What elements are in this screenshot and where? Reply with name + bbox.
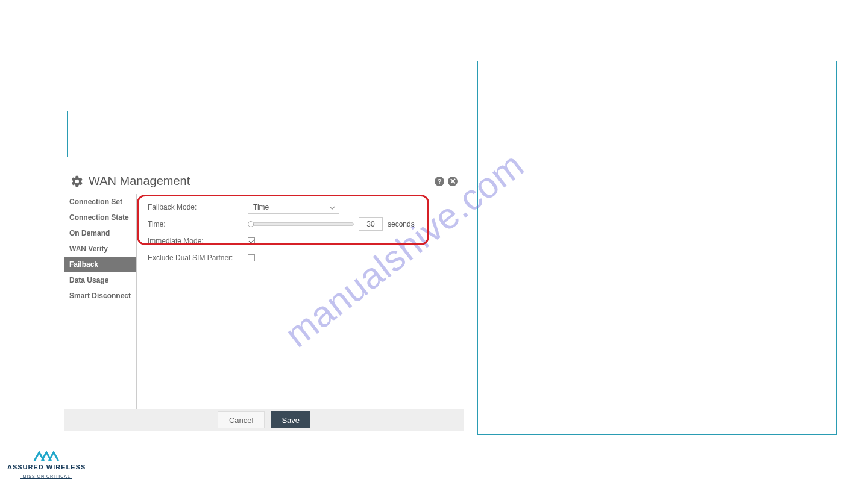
gear-icon	[71, 175, 84, 188]
sidebar-item-data-usage[interactable]: Data Usage	[64, 272, 136, 288]
help-icon[interactable]: ?	[435, 177, 444, 186]
form-content: Failback Mode: Time Time:	[137, 194, 464, 409]
chevron-down-icon	[329, 204, 335, 210]
sidebar-item-on-demand[interactable]: On Demand	[64, 225, 136, 241]
sidebar-item-connection-state[interactable]: Connection State	[64, 210, 136, 225]
footer-bar: Cancel Save	[64, 409, 464, 431]
sidebar-item-smart-disconnect[interactable]: Smart Disconnect	[64, 288, 136, 304]
close-icon[interactable]	[448, 177, 458, 186]
panel-header: WAN Management ?	[64, 170, 464, 194]
sidebar-item-label: Connection Set	[69, 198, 122, 206]
brand-logo-icon	[32, 451, 61, 462]
brand-line1: ASSURED WIRELESS	[7, 463, 86, 471]
row-exclude-dual-sim: Exclude Dual SIM Partner:	[145, 249, 455, 266]
exclude-dual-sim-checkbox[interactable]	[248, 254, 255, 261]
brand-line2: MISSION CRITICAL	[20, 474, 72, 479]
sidebar-item-label: Connection State	[69, 213, 129, 222]
right-empty-box	[477, 61, 837, 435]
time-input[interactable]	[359, 217, 383, 231]
sidebar-item-label: Smart Disconnect	[69, 292, 131, 300]
top-empty-box	[67, 111, 426, 157]
sidebar-item-label: Data Usage	[69, 276, 108, 284]
panel-body: Connection Set Connection State On Deman…	[64, 194, 464, 409]
row-immediate-mode: Immediate Mode:	[145, 233, 455, 249]
sidebar-item-wan-verify[interactable]: WAN Verify	[64, 241, 136, 257]
slider-thumb[interactable]	[248, 221, 254, 227]
failback-mode-value: Time	[253, 203, 269, 211]
save-button[interactable]: Save	[271, 411, 310, 428]
row-time: Time: seconds	[145, 216, 455, 233]
sidebar-item-failback[interactable]: Failback	[64, 257, 136, 272]
wan-management-panel: WAN Management ? Connection Set Connecti…	[64, 170, 464, 431]
sidebar-item-label: WAN Verify	[69, 245, 108, 253]
time-label: Time:	[145, 220, 248, 228]
cancel-button[interactable]: Cancel	[218, 411, 265, 428]
sidebar: Connection Set Connection State On Deman…	[64, 194, 137, 409]
sidebar-item-label: On Demand	[69, 229, 110, 237]
brand-logo: ASSURED WIRELESS MISSION CRITICAL	[7, 451, 86, 480]
header-icons: ?	[435, 177, 458, 186]
immediate-mode-checkbox[interactable]	[248, 237, 255, 245]
row-failback-mode: Failback Mode: Time	[145, 199, 455, 216]
failback-mode-select[interactable]: Time	[248, 201, 339, 214]
sidebar-item-label: Failback	[69, 260, 98, 269]
sidebar-item-connection-set[interactable]: Connection Set	[64, 194, 136, 210]
time-slider[interactable]	[248, 222, 354, 226]
immediate-mode-label: Immediate Mode:	[145, 237, 248, 245]
exclude-dual-sim-label: Exclude Dual SIM Partner:	[145, 254, 248, 262]
time-unit: seconds	[388, 220, 415, 228]
page-title: WAN Management	[89, 174, 435, 188]
failback-mode-label: Failback Mode:	[145, 203, 248, 211]
